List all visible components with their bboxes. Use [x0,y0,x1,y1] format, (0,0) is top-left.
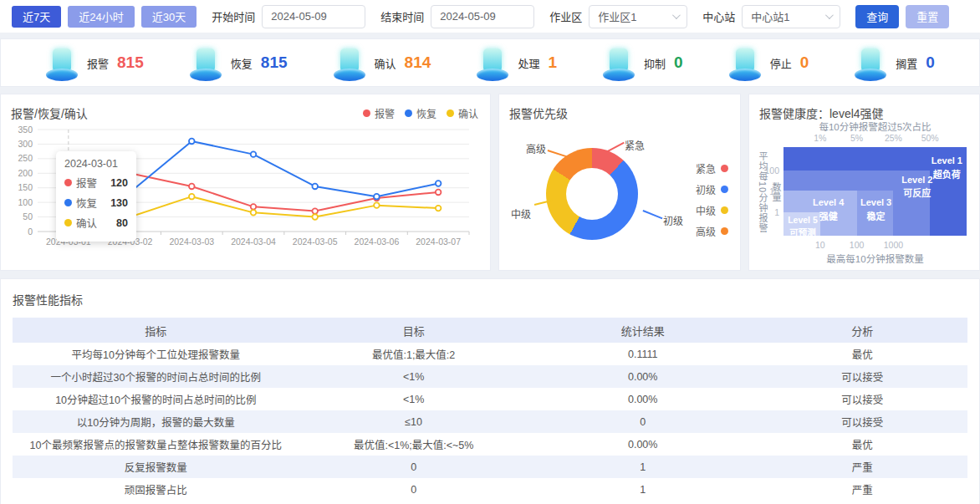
performance-table: 指标目标统计结果分析 平均每10分钟每个工位处理报警数量最优值:1;最大值:20… [13,318,967,501]
table-column-header: 目标 [299,318,528,343]
stat-label: 处理 [518,55,539,71]
legend-item[interactable]: 报警 [363,106,395,120]
axis-tick: 1% [814,133,826,143]
stat-item: 确认814 [333,43,431,82]
reset-button[interactable]: 重置 [906,5,949,28]
hologram-icon [189,43,222,82]
legend-item[interactable]: 确认 [447,106,478,120]
table-cell: 最优 [758,433,967,456]
table-row[interactable]: 一个小时超过30个报警的时间占总时间的比例<1%0.00%可以接受 [13,365,967,388]
slice-label: 初级 [663,213,683,227]
svg-text:2024-03-04: 2024-03-04 [231,237,276,247]
start-time-input[interactable] [262,5,365,28]
work-area-select[interactable]: 作业区1 [589,5,687,28]
hologram-icon [854,43,887,82]
table-cell: 0 [528,410,758,433]
table-row[interactable]: 平均每10分钟每个工位处理报警数量最优值:1;最大值:20.1111最优 [13,343,967,365]
svg-text:2024-03-03: 2024-03-03 [169,237,214,247]
axis-tick: 10 [815,240,825,250]
health-level-map[interactable]: Level 1超负荷 Level 2可反应 Level 3稳定 Level 4强… [783,147,967,236]
table-cell: 可以接受 [758,410,967,433]
axis-tick: 1000 [884,240,903,250]
health-top-axis-label: 每10分钟报警超过5次占比 [783,120,967,133]
stat-value: 0 [674,53,683,72]
center-station-select[interactable]: 中心站1 [742,5,840,28]
table-cell: 可以接受 [758,365,967,388]
table-row[interactable]: 10分钟超过10个报警的时间占总时间的比例<1%0.00%可以接受 [13,388,967,410]
stat-value: 0 [800,53,809,72]
end-time-input[interactable] [431,5,534,28]
svg-text:200: 200 [18,168,33,178]
priority-legend: 紧急初级中级高级 [696,161,728,238]
table-cell: <1% [299,365,528,388]
callout-line [606,142,625,153]
quick-range-button[interactable]: 近30天 [141,6,197,28]
slice-label: 紧急 [625,138,645,152]
stat-value: 814 [405,53,431,72]
table-cell: <1% [299,388,528,410]
legend-item[interactable]: 中级 [696,203,728,217]
svg-text:50: 50 [23,211,33,221]
table-row[interactable]: 顽固报警占比01严重 [13,478,967,501]
svg-text:100: 100 [18,197,33,207]
stat-item: 处理1 [476,43,557,82]
table-cell: 顽固报警占比 [13,478,299,501]
level5-label: Level 5可预测 [785,214,820,241]
center-station-label: 中心站 [702,8,735,24]
table-row[interactable]: 以10分钟为周期，报警的最大数量≤100可以接受 [13,410,967,433]
svg-text:150: 150 [18,182,33,192]
chevron-down-icon [672,11,681,19]
legend-item[interactable]: 初级 [696,182,728,196]
table-cell: 可以接受 [758,388,967,410]
start-time-label: 开始时间 [212,8,255,24]
table-row[interactable]: 10个最频繁报警点的报警数量占整体报警数量的百分比最优值:<1%;最大值:<~5… [13,433,967,456]
axis-tick: 5% [850,133,863,143]
axis-tick: 50% [921,133,939,143]
line-chart[interactable]: 0501001502002503003502024-03-012024-03-0… [6,123,474,258]
center-station-value: 中心站1 [751,8,789,24]
axis-tick: 1 [774,207,779,217]
stat-label: 搁置 [896,55,917,71]
svg-text:2024-03-06: 2024-03-06 [355,237,400,247]
table-cell: 平均每10分钟每个工位处理报警数量 [13,343,299,365]
stat-value: 815 [117,53,144,72]
stat-item: 抑制0 [602,43,683,82]
stat-item: 停止0 [728,43,809,82]
table-cell: 0.00% [528,365,758,388]
stat-value: 815 [261,53,288,72]
query-button[interactable]: 查询 [855,5,899,28]
stat-label: 抑制 [644,55,666,71]
table-cell: 以10分钟为周期，报警的最大数量 [13,410,299,433]
table-cell: 0.1111 [528,343,758,365]
performance-table-card: 报警性能指标 指标目标统计结果分析 平均每10分钟每个工位处理报警数量最优值:1… [0,278,980,504]
stat-label: 报警 [87,55,109,71]
axis-tick: 100 [850,240,865,250]
legend-item[interactable]: 高级 [696,224,728,238]
stat-value: 0 [926,53,935,72]
svg-text:2024-03-02: 2024-03-02 [108,237,153,247]
stat-label: 停止 [770,55,792,71]
table-cell: 严重 [758,456,967,478]
end-time-label: 结束时间 [380,8,424,24]
quick-range-button[interactable]: 近7天 [12,6,61,28]
chevron-down-icon [825,11,834,19]
performance-table-title: 报警性能指标 [13,291,967,308]
table-cell: 最优值:1;最大值:2 [299,343,528,365]
quick-range-button[interactable]: 近24小时 [68,6,134,28]
table-row[interactable]: 反复报警数量01严重 [13,456,967,478]
hologram-icon [476,43,509,82]
callout-line [548,150,567,157]
table-column-header: 分析 [758,318,967,343]
priority-donut-chart[interactable] [546,148,638,240]
filter-toolbar: 近7天近24小时近30天 开始时间 结束时间 作业区 作业区1 中心站 中心站1… [0,0,980,33]
table-cell: 0 [299,456,528,478]
stat-label: 确认 [375,55,396,71]
table-cell: 0 [299,478,528,501]
table-cell: 1 [528,478,758,501]
line-chart-card: 报警/恢复/确认 报警恢复确认 050100150200250300350202… [0,94,491,271]
stat-label: 恢复 [231,55,253,71]
line-chart-legend: 报警恢复确认 [363,106,478,120]
legend-item[interactable]: 紧急 [696,161,728,176]
hologram-icon [728,43,762,82]
legend-item[interactable]: 恢复 [405,106,436,120]
